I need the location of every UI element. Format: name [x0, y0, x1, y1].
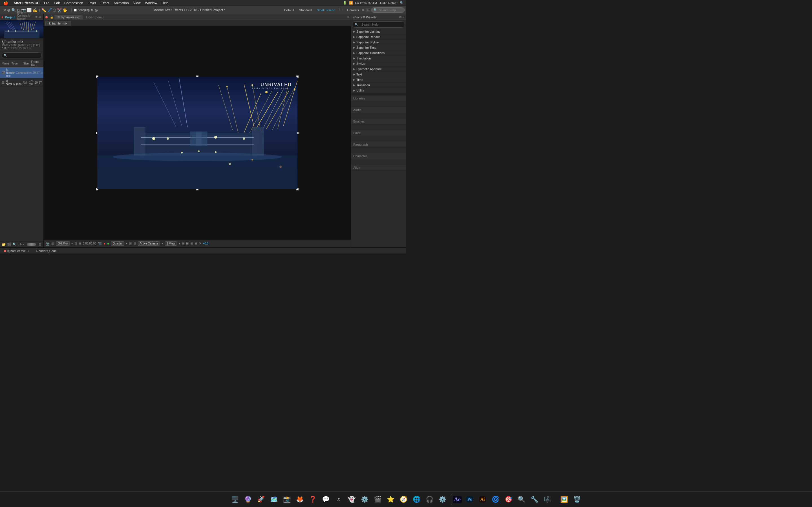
comp-grid-icon[interactable]: ⊟ [186, 242, 189, 245]
lock-icon[interactable]: 🔒 [50, 15, 53, 18]
workspace-expand-icon[interactable]: ≫ [362, 8, 365, 12]
snap-icon-1[interactable]: ⊕ [91, 8, 94, 12]
quality-dropdown-icon[interactable]: ▾ [126, 242, 128, 245]
category-utility[interactable]: ▶ Utility [351, 88, 406, 93]
svg-point-26 [214, 136, 217, 138]
category-sapphire-transitions[interactable]: ▶ Sapphire Transitions [351, 50, 406, 56]
search-icon[interactable]: 🔍 [400, 1, 404, 5]
views-dropdown-icon[interactable]: ▾ [179, 242, 180, 245]
project-search-input[interactable] [7, 53, 40, 57]
effects-search-area[interactable]: 🔍 [351, 20, 406, 29]
wifi-icon: 📶 [349, 1, 353, 5]
layer-label: Layer (none) [84, 15, 106, 19]
window-menu[interactable]: Window [143, 0, 159, 6]
effects-copy-icon[interactable]: ⧉ [399, 15, 402, 19]
comp-file-type: Composition [16, 71, 32, 74]
comp-reset-icon[interactable]: ⟳ [199, 242, 201, 245]
layer-menu[interactable]: Layer [86, 0, 98, 6]
panel-expand-icon[interactable]: ≫ [38, 15, 42, 19]
category-synthetic-aperture[interactable]: ▶ Synthetic Aperture [351, 66, 406, 72]
file-menu[interactable]: File [42, 0, 52, 6]
comp-layout-icon[interactable]: ⊡ [190, 242, 193, 245]
tl-tab-comp[interactable]: kj hamler mix ≡ [1, 249, 33, 253]
comp-camera-icon[interactable]: 📷 [98, 242, 102, 245]
workspace-standard[interactable]: Standard [297, 8, 314, 12]
svg-point-17 [226, 86, 228, 87]
apple-menu[interactable]: 🍎 [0, 1, 11, 5]
quality-selector[interactable]: Quarter [111, 241, 124, 245]
zoom-selector[interactable]: (76.7%) [56, 241, 70, 245]
category-time[interactable]: ▶ Time [351, 77, 406, 82]
workspace-libraries[interactable]: Libraries [345, 8, 361, 12]
category-simulation[interactable]: ▶ Simulation [351, 56, 406, 61]
close-button[interactable] [2, 16, 3, 18]
svg-rect-20 [134, 127, 145, 156]
new-comp-icon[interactable]: 🎬 [7, 242, 11, 246]
tl-tab-render[interactable]: Render Queue [34, 249, 59, 253]
project-tab[interactable]: Project [5, 15, 15, 19]
comp-viewer-icon[interactable]: ⊞ [51, 242, 54, 245]
effects-list: ▶ Sapphire Lighting ▶ Sapphire Render ▶ … [351, 29, 406, 247]
tl-close-dot[interactable] [4, 250, 6, 252]
workspace-small-screen[interactable]: Small Screen [314, 8, 337, 12]
color-depth-bar [27, 243, 36, 245]
category-label: Sapphire Render [356, 35, 380, 39]
svg-point-24 [152, 137, 155, 140]
effect-menu[interactable]: Effect [98, 0, 111, 6]
composition-menu[interactable]: Composition [62, 0, 86, 6]
new-folder-icon[interactable]: 📁 [2, 242, 6, 246]
project-search[interactable]: 🔍 [0, 51, 43, 60]
comp-safe-zones-icon[interactable]: ⊠ [129, 242, 132, 245]
panel-icon[interactable]: ⊞ [366, 8, 370, 12]
timecode-display[interactable]: 0;00;00;00 [83, 242, 96, 245]
category-sapphire-render[interactable]: ▶ Sapphire Render [351, 34, 406, 40]
comp-file-fps: 29.97 [33, 71, 40, 74]
section-paint: Paint [351, 130, 406, 136]
search-help-box[interactable]: 🔍 Search Help [371, 7, 405, 13]
effects-search-input[interactable] [359, 22, 402, 27]
comp-resize-icon[interactable]: ⊡ [74, 242, 77, 245]
category-sapphire-stylize[interactable]: ▶ Sapphire Stylize [351, 40, 406, 45]
help-menu[interactable]: Help [159, 0, 171, 6]
view-menu[interactable]: View [131, 0, 143, 6]
search-bottom-icon[interactable]: 🔍 [12, 242, 17, 246]
project-info: kj hamler mix 1920 x 1080 (480 x 270) (1… [0, 39, 43, 51]
snap-icon-2[interactable]: ◎ [95, 8, 98, 12]
effects-search-icon: 🔍 [355, 23, 358, 26]
category-stylize[interactable]: ▶ Stylize [351, 61, 406, 66]
toolbar-tools[interactable]: ↗ ⊕ 🔍 ⟳ 📷 ⬜ ✍️ T ✏️ 🖊️ ⬡ ✂️ 🖐 [1, 7, 69, 13]
edit-menu[interactable]: Edit [52, 0, 62, 6]
delete-icon[interactable]: 🗑 [38, 242, 42, 246]
category-sapphire-time[interactable]: ▶ Sapphire Time [351, 45, 406, 50]
snapping-label: Snapping [78, 8, 90, 11]
animation-menu[interactable]: Animation [111, 0, 131, 6]
category-label: Text [356, 73, 362, 76]
file-item-video[interactable]: 🎞 kj haml..ix.mp4 AVI 224 MB 29.97 [0, 78, 43, 87]
comp-tab-2[interactable]: kj hamler mix [45, 21, 71, 25]
comp-aspect-icon[interactable]: ⊟ [79, 242, 81, 245]
comp-3d-icon[interactable]: ⊞ [195, 242, 197, 245]
tl-menu-icon[interactable]: ≡ [28, 249, 30, 252]
snapping-toggle[interactable] [74, 9, 77, 11]
category-text[interactable]: ▶ Text [351, 72, 406, 77]
panel-menu-icon[interactable]: ≡ [36, 15, 37, 19]
comp-menu-icon[interactable]: ≡ [347, 15, 349, 18]
time-display: Fri 12:02:37 AM [355, 1, 377, 5]
comp-transparency-icon[interactable]: ⊡ [133, 242, 136, 245]
category-transition[interactable]: ▶ Transition [351, 82, 406, 88]
app-menu[interactable]: After Effects CC [11, 0, 42, 6]
workspace-default[interactable]: Default [282, 8, 296, 12]
file-item-comp[interactable]: 🎬 kj hamler mix Composition 29.97 ⬡ [0, 67, 43, 78]
category-sapphire-lighting[interactable]: ▶ Sapphire Lighting [351, 29, 406, 34]
comp-snapshot-icon[interactable]: 📷 [45, 242, 50, 245]
views-selector[interactable]: 1 View [165, 241, 177, 245]
camera-selector[interactable]: Active Camera [138, 241, 160, 245]
comp-close-btn[interactable] [45, 16, 48, 18]
zoom-dropdown-icon[interactable]: ▾ [71, 242, 73, 245]
effects-menu-icon[interactable]: ≡ [403, 15, 404, 19]
workspace-more-icon[interactable]: ⋮⋮ [338, 8, 344, 12]
camera-dropdown-icon[interactable]: ▾ [161, 242, 163, 245]
comp-main-tab[interactable]: 🎬 kj hamler mix [54, 15, 83, 19]
comp-render-icon[interactable]: ⊞ [182, 242, 185, 245]
svg-point-35 [280, 166, 282, 168]
